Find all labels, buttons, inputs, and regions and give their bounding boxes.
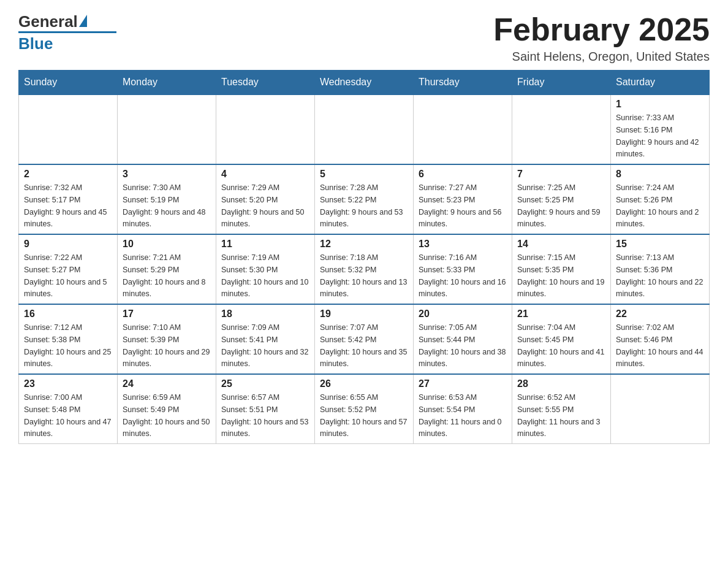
day-number: 18 bbox=[221, 308, 309, 320]
day-info: Sunrise: 7:02 AM Sunset: 5:46 PM Dayligh… bbox=[616, 323, 703, 368]
calendar-day-header: Sunday bbox=[19, 71, 118, 95]
calendar-cell: 20Sunrise: 7:05 AM Sunset: 5:44 PM Dayli… bbox=[414, 304, 512, 374]
calendar-cell: 5Sunrise: 7:28 AM Sunset: 5:22 PM Daylig… bbox=[315, 164, 414, 234]
calendar-week-row: 2Sunrise: 7:32 AM Sunset: 5:17 PM Daylig… bbox=[19, 164, 710, 234]
day-info: Sunrise: 7:04 AM Sunset: 5:45 PM Dayligh… bbox=[517, 323, 604, 368]
page-header: General Blue February 2025 Saint Helens,… bbox=[18, 12, 710, 64]
calendar-cell: 27Sunrise: 6:53 AM Sunset: 5:54 PM Dayli… bbox=[414, 374, 512, 444]
day-info: Sunrise: 7:30 AM Sunset: 5:19 PM Dayligh… bbox=[123, 183, 206, 228]
title-section: February 2025 Saint Helens, Oregon, Unit… bbox=[493, 12, 710, 64]
calendar-cell: 10Sunrise: 7:21 AM Sunset: 5:29 PM Dayli… bbox=[118, 234, 216, 304]
calendar-cell bbox=[315, 94, 414, 164]
calendar-cell bbox=[611, 374, 710, 444]
calendar-cell bbox=[19, 94, 118, 164]
logo-general-text: General bbox=[18, 12, 78, 31]
calendar-day-header: Tuesday bbox=[216, 71, 315, 95]
day-info: Sunrise: 7:16 AM Sunset: 5:33 PM Dayligh… bbox=[419, 253, 506, 298]
calendar-day-header: Friday bbox=[512, 71, 611, 95]
calendar-day-header: Thursday bbox=[414, 71, 512, 95]
calendar-cell: 15Sunrise: 7:13 AM Sunset: 5:36 PM Dayli… bbox=[611, 234, 710, 304]
day-info: Sunrise: 6:57 AM Sunset: 5:51 PM Dayligh… bbox=[221, 393, 308, 438]
day-number: 5 bbox=[320, 169, 408, 180]
day-info: Sunrise: 6:53 AM Sunset: 5:54 PM Dayligh… bbox=[419, 393, 502, 438]
calendar-table: SundayMondayTuesdayWednesdayThursdayFrid… bbox=[18, 70, 710, 444]
calendar-cell bbox=[118, 94, 216, 164]
day-number: 2 bbox=[24, 169, 112, 180]
calendar-cell: 14Sunrise: 7:15 AM Sunset: 5:35 PM Dayli… bbox=[512, 234, 611, 304]
day-number: 7 bbox=[517, 169, 605, 180]
day-info: Sunrise: 7:05 AM Sunset: 5:44 PM Dayligh… bbox=[419, 323, 506, 368]
day-info: Sunrise: 7:21 AM Sunset: 5:29 PM Dayligh… bbox=[123, 253, 206, 298]
calendar-cell: 17Sunrise: 7:10 AM Sunset: 5:39 PM Dayli… bbox=[118, 304, 216, 374]
day-number: 3 bbox=[123, 169, 211, 180]
day-number: 14 bbox=[517, 239, 605, 250]
calendar-day-header: Monday bbox=[118, 71, 216, 95]
calendar-week-row: 16Sunrise: 7:12 AM Sunset: 5:38 PM Dayli… bbox=[19, 304, 710, 374]
day-number: 20 bbox=[419, 308, 507, 320]
calendar-day-header: Wednesday bbox=[315, 71, 414, 95]
day-number: 13 bbox=[419, 239, 507, 250]
day-number: 15 bbox=[616, 239, 704, 250]
calendar-cell: 9Sunrise: 7:22 AM Sunset: 5:27 PM Daylig… bbox=[19, 234, 118, 304]
month-title: February 2025 bbox=[493, 12, 710, 47]
logo-blue-text: Blue bbox=[18, 31, 116, 53]
day-number: 11 bbox=[221, 239, 309, 250]
day-number: 12 bbox=[320, 239, 408, 250]
day-info: Sunrise: 7:18 AM Sunset: 5:32 PM Dayligh… bbox=[320, 253, 407, 298]
day-number: 19 bbox=[320, 308, 408, 320]
day-number: 22 bbox=[616, 308, 704, 320]
day-number: 26 bbox=[320, 378, 408, 389]
day-info: Sunrise: 7:29 AM Sunset: 5:20 PM Dayligh… bbox=[221, 183, 305, 228]
day-number: 23 bbox=[24, 378, 112, 389]
day-number: 17 bbox=[123, 308, 211, 320]
day-info: Sunrise: 7:07 AM Sunset: 5:42 PM Dayligh… bbox=[320, 323, 407, 368]
calendar-cell: 23Sunrise: 7:00 AM Sunset: 5:48 PM Dayli… bbox=[19, 374, 118, 444]
calendar-cell: 4Sunrise: 7:29 AM Sunset: 5:20 PM Daylig… bbox=[216, 164, 315, 234]
day-number: 10 bbox=[123, 239, 211, 250]
calendar-day-header: Saturday bbox=[611, 71, 710, 95]
day-number: 6 bbox=[419, 169, 507, 180]
calendar-cell: 28Sunrise: 6:52 AM Sunset: 5:55 PM Dayli… bbox=[512, 374, 611, 444]
day-number: 21 bbox=[517, 308, 605, 320]
calendar-cell: 13Sunrise: 7:16 AM Sunset: 5:33 PM Dayli… bbox=[414, 234, 512, 304]
day-info: Sunrise: 7:32 AM Sunset: 5:17 PM Dayligh… bbox=[24, 183, 107, 228]
day-info: Sunrise: 6:52 AM Sunset: 5:55 PM Dayligh… bbox=[517, 393, 601, 438]
day-number: 27 bbox=[419, 378, 507, 389]
calendar-week-row: 23Sunrise: 7:00 AM Sunset: 5:48 PM Dayli… bbox=[19, 374, 710, 444]
calendar-cell: 19Sunrise: 7:07 AM Sunset: 5:42 PM Dayli… bbox=[315, 304, 414, 374]
calendar-cell: 8Sunrise: 7:24 AM Sunset: 5:26 PM Daylig… bbox=[611, 164, 710, 234]
day-info: Sunrise: 7:00 AM Sunset: 5:48 PM Dayligh… bbox=[24, 393, 111, 438]
day-number: 1 bbox=[616, 99, 704, 110]
calendar-cell: 22Sunrise: 7:02 AM Sunset: 5:46 PM Dayli… bbox=[611, 304, 710, 374]
day-number: 16 bbox=[24, 308, 112, 320]
calendar-cell: 3Sunrise: 7:30 AM Sunset: 5:19 PM Daylig… bbox=[118, 164, 216, 234]
day-info: Sunrise: 7:28 AM Sunset: 5:22 PM Dayligh… bbox=[320, 183, 403, 228]
calendar-cell: 11Sunrise: 7:19 AM Sunset: 5:30 PM Dayli… bbox=[216, 234, 315, 304]
calendar-cell: 16Sunrise: 7:12 AM Sunset: 5:38 PM Dayli… bbox=[19, 304, 118, 374]
day-info: Sunrise: 7:24 AM Sunset: 5:26 PM Dayligh… bbox=[616, 183, 699, 228]
calendar-cell: 21Sunrise: 7:04 AM Sunset: 5:45 PM Dayli… bbox=[512, 304, 611, 374]
logo-triangle-icon bbox=[79, 15, 87, 27]
calendar-cell: 26Sunrise: 6:55 AM Sunset: 5:52 PM Dayli… bbox=[315, 374, 414, 444]
calendar-cell bbox=[414, 94, 512, 164]
day-info: Sunrise: 7:10 AM Sunset: 5:39 PM Dayligh… bbox=[123, 323, 210, 368]
calendar-cell: 6Sunrise: 7:27 AM Sunset: 5:23 PM Daylig… bbox=[414, 164, 512, 234]
day-info: Sunrise: 7:25 AM Sunset: 5:25 PM Dayligh… bbox=[517, 183, 601, 228]
calendar-cell bbox=[512, 94, 611, 164]
day-number: 8 bbox=[616, 169, 704, 180]
day-info: Sunrise: 6:55 AM Sunset: 5:52 PM Dayligh… bbox=[320, 393, 407, 438]
calendar-cell: 25Sunrise: 6:57 AM Sunset: 5:51 PM Dayli… bbox=[216, 374, 315, 444]
calendar-cell bbox=[216, 94, 315, 164]
day-info: Sunrise: 7:33 AM Sunset: 5:16 PM Dayligh… bbox=[616, 113, 699, 158]
day-info: Sunrise: 7:15 AM Sunset: 5:35 PM Dayligh… bbox=[517, 253, 604, 298]
day-info: Sunrise: 7:27 AM Sunset: 5:23 PM Dayligh… bbox=[419, 183, 502, 228]
day-number: 9 bbox=[24, 239, 112, 250]
calendar-cell: 12Sunrise: 7:18 AM Sunset: 5:32 PM Dayli… bbox=[315, 234, 414, 304]
day-info: Sunrise: 6:59 AM Sunset: 5:49 PM Dayligh… bbox=[123, 393, 210, 438]
day-number: 24 bbox=[123, 378, 211, 389]
day-info: Sunrise: 7:12 AM Sunset: 5:38 PM Dayligh… bbox=[24, 323, 111, 368]
day-number: 4 bbox=[221, 169, 309, 180]
day-number: 25 bbox=[221, 378, 309, 389]
location-text: Saint Helens, Oregon, United States bbox=[493, 50, 710, 64]
calendar-header-row: SundayMondayTuesdayWednesdayThursdayFrid… bbox=[19, 71, 710, 95]
